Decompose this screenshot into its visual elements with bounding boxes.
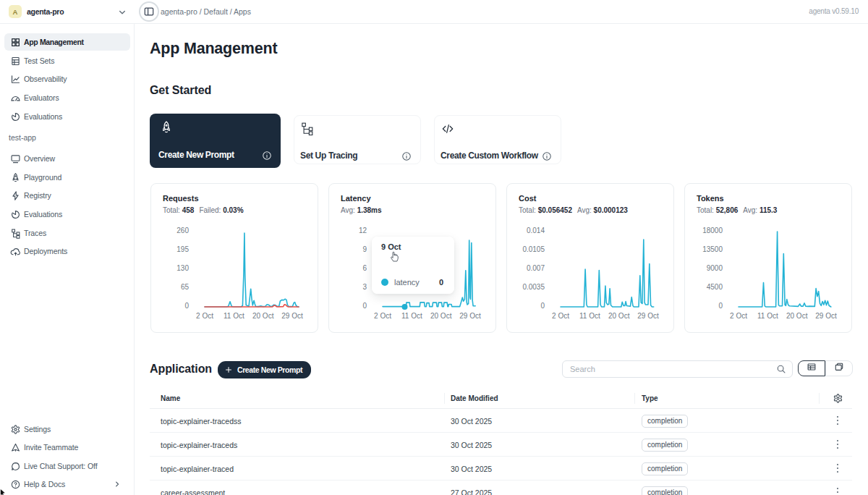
table-row[interactable]: topic-explainer-traced 30 Oct 2025 compl… bbox=[150, 457, 852, 481]
search-input[interactable] bbox=[570, 361, 765, 377]
table-rows-icon bbox=[10, 56, 21, 67]
column-name[interactable]: Name bbox=[161, 388, 180, 409]
kebab-icon bbox=[837, 440, 839, 449]
type-badge: completion bbox=[642, 462, 688, 475]
cloud-up-icon bbox=[10, 246, 21, 257]
code-icon bbox=[441, 122, 455, 136]
cell-name: topic-explainer-tracedss bbox=[161, 409, 241, 433]
kebab-icon bbox=[837, 464, 839, 473]
type-badge: completion bbox=[642, 415, 688, 428]
column-type[interactable]: Type bbox=[642, 388, 658, 409]
org-avatar[interactable]: A bbox=[9, 5, 22, 18]
table-settings-gear-icon[interactable] bbox=[833, 393, 843, 404]
table-row[interactable]: career-assessment 27 Oct 2025 completion bbox=[150, 481, 852, 495]
sidebar-item-help-docs[interactable]: Help & Docs bbox=[4, 475, 130, 493]
header-separator bbox=[634, 393, 635, 404]
get-started-heading: Get Started bbox=[150, 84, 211, 97]
org-name[interactable]: agenta-pro bbox=[27, 7, 64, 16]
search-box bbox=[562, 360, 793, 378]
plus-icon bbox=[225, 366, 232, 373]
sidebar-item-playground[interactable]: Playground bbox=[4, 169, 130, 186]
cell-type: completion bbox=[642, 481, 688, 495]
chart-tooltip: 9 Oct latency 0 bbox=[372, 237, 454, 294]
cell-date-modified: 30 Oct 2025 bbox=[451, 457, 492, 481]
sidebar-item-evaluations[interactable]: Evaluations bbox=[4, 206, 130, 223]
app-version: agenta v0.59.10 bbox=[809, 7, 859, 15]
cell-type: completion bbox=[642, 433, 688, 457]
chart-canvas bbox=[685, 184, 853, 334]
cell-name: topic-explainer-traced bbox=[161, 457, 234, 481]
get-started-card-label: Create Custom Workflow bbox=[441, 151, 538, 161]
header-separator bbox=[819, 393, 820, 404]
tooltip-series-dot bbox=[381, 279, 388, 286]
row-menu-button[interactable] bbox=[831, 438, 844, 451]
row-menu-button[interactable] bbox=[831, 414, 844, 427]
chevron-right-icon bbox=[113, 480, 122, 488]
sidebar-item-settings[interactable]: Settings bbox=[4, 420, 130, 438]
series-cost bbox=[561, 240, 654, 307]
table-row[interactable]: topic-explainer-tracedss 30 Oct 2025 com… bbox=[150, 409, 852, 433]
cell-date-modified: 30 Oct 2025 bbox=[451, 409, 492, 433]
stat-card-requests: RequestsTotal: 458Failed: 0.03%260195130… bbox=[150, 183, 318, 333]
sidebar-item-test-sets[interactable]: Test Sets bbox=[4, 52, 130, 69]
row-menu-button[interactable] bbox=[831, 486, 844, 495]
chevron-down-icon[interactable] bbox=[117, 7, 127, 17]
top-bar: A agenta-pro agenta-pro / Default / Apps… bbox=[0, 0, 868, 24]
column-date-modified[interactable]: Date Modified bbox=[451, 388, 498, 409]
card-view-button[interactable] bbox=[825, 360, 853, 376]
sidebar-item-live-chat-support-off[interactable]: Live Chat Support: Off bbox=[4, 457, 130, 475]
rocket-small-icon bbox=[10, 172, 21, 183]
squares-four-icon bbox=[10, 37, 21, 48]
get-started-card-create-custom-workflow[interactable]: Create Custom Workflow bbox=[434, 115, 561, 164]
row-menu-button[interactable] bbox=[831, 462, 844, 475]
sidebar-item-overview[interactable]: Overview bbox=[4, 150, 130, 167]
question-icon bbox=[10, 479, 21, 490]
arrow-cursor bbox=[0, 489, 6, 495]
app-window: A agenta-pro agenta-pro / Default / Apps… bbox=[0, 0, 868, 495]
table-view-button[interactable] bbox=[798, 360, 825, 376]
chart-donut-icon bbox=[10, 209, 21, 220]
applications-table: Name Date Modified Type topic-explainer-… bbox=[150, 388, 852, 495]
sidebar-item-evaluators[interactable]: Evaluators bbox=[4, 89, 130, 106]
sidebar-item-evaluations[interactable]: Evaluations bbox=[4, 108, 130, 125]
get-started-card-label: Set Up Tracing bbox=[300, 151, 357, 161]
series-tokens bbox=[739, 232, 831, 307]
application-heading: Application bbox=[150, 363, 212, 376]
tooltip-value: 0 bbox=[439, 278, 443, 287]
info-icon[interactable] bbox=[401, 151, 412, 161]
table-row[interactable]: topic-explainer-traceds 30 Oct 2025 comp… bbox=[150, 433, 852, 457]
cell-type: completion bbox=[642, 409, 688, 433]
tooltip-series-name: latency bbox=[394, 278, 420, 287]
sidebar-item-registry[interactable]: Registry bbox=[4, 187, 130, 204]
sidebar-item-observability[interactable]: Observability bbox=[4, 70, 130, 88]
table-view-icon bbox=[807, 362, 817, 375]
tree-icon bbox=[10, 228, 21, 239]
get-started-card-label: Create New Prompt bbox=[158, 150, 234, 160]
header-separator bbox=[444, 393, 445, 404]
cell-type: completion bbox=[642, 457, 688, 481]
rocket-icon bbox=[159, 120, 174, 135]
create-new-prompt-button[interactable]: Create New Prompt bbox=[218, 361, 311, 378]
info-icon[interactable] bbox=[262, 151, 272, 161]
info-icon[interactable] bbox=[542, 151, 552, 161]
sidebar-item-deployments[interactable]: Deployments bbox=[4, 242, 130, 260]
series-requests bbox=[205, 233, 299, 307]
breadcrumb[interactable]: agenta-pro / Default / Apps bbox=[161, 7, 251, 16]
stat-card-tokens: TokensTotal: 52,806Avg: 115.318000135009… bbox=[684, 183, 852, 333]
search-icon[interactable] bbox=[776, 364, 786, 374]
get-started-card-create-new-prompt[interactable]: Create New Prompt bbox=[150, 114, 281, 168]
view-toggle bbox=[798, 360, 852, 376]
hovered-point-marker bbox=[402, 304, 408, 310]
sidebar-item-invite-teammate[interactable]: Invite Teammate bbox=[4, 439, 130, 456]
lightning-icon bbox=[10, 190, 21, 201]
type-badge: completion bbox=[642, 486, 688, 495]
invite-icon bbox=[10, 442, 21, 453]
project-section-label: test-app bbox=[9, 133, 36, 142]
hand-cursor bbox=[389, 250, 400, 262]
sidebar-item-traces[interactable]: Traces bbox=[4, 224, 130, 242]
sidebar-item-app-management[interactable]: App Management bbox=[4, 33, 130, 51]
page-title: App Management bbox=[150, 40, 277, 58]
type-badge: completion bbox=[642, 439, 688, 452]
table-header: Name Date Modified Type bbox=[150, 388, 852, 409]
get-started-card-set-up-tracing[interactable]: Set Up Tracing bbox=[294, 115, 421, 164]
